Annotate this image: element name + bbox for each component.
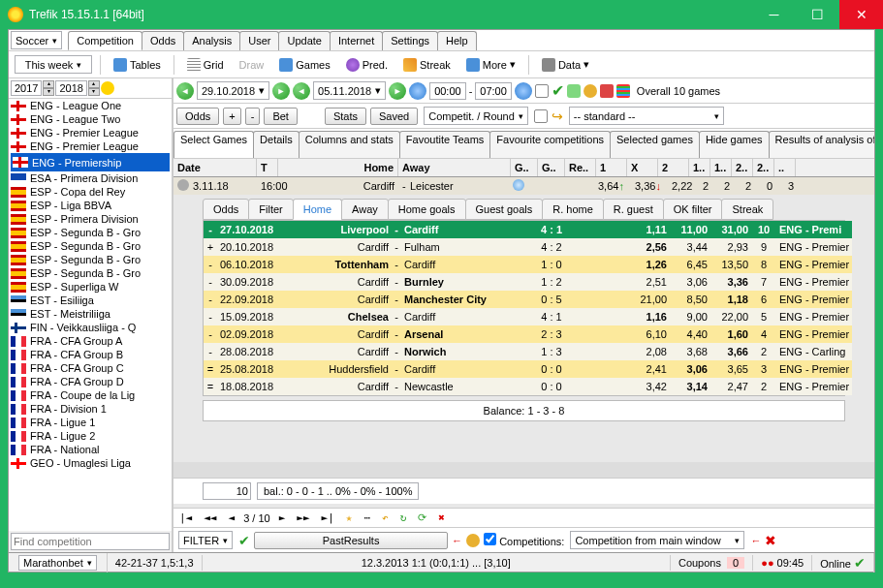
red-icon[interactable] xyxy=(600,84,614,98)
maximize-button[interactable]: ☐ xyxy=(796,0,839,29)
year-from-spinner[interactable]: ▴▾ xyxy=(43,80,54,96)
inner-tab[interactable]: Guest goals xyxy=(465,199,544,220)
page-icon[interactable] xyxy=(534,109,548,123)
excel-icon[interactable] xyxy=(567,84,581,98)
games-button[interactable]: Games xyxy=(272,55,336,75)
calendar-icon[interactable] xyxy=(535,84,549,98)
inner-tab[interactable]: R. home xyxy=(542,199,604,220)
prev-to-button[interactable]: ◄ xyxy=(293,82,310,100)
next-range-button[interactable]: ► xyxy=(389,82,406,100)
menu-tab-competition[interactable]: Competition xyxy=(68,31,142,50)
chart-icon[interactable] xyxy=(616,84,630,98)
time-from[interactable]: 00:00 xyxy=(429,82,466,100)
balance-input[interactable] xyxy=(203,482,251,500)
league-item[interactable]: ESP - Segunda B - Gro xyxy=(9,239,172,253)
tables-button[interactable]: Tables xyxy=(107,55,168,75)
league-item[interactable]: GEO - Umaglesi Liga xyxy=(9,456,172,470)
competition-select[interactable]: Competition from main window▾ xyxy=(570,531,744,549)
match-row[interactable]: =25.08.2018Huddersfield-Cardiff0 : 02,41… xyxy=(204,360,852,378)
more-button[interactable]: More▾ xyxy=(459,55,522,75)
star-button[interactable]: ★ xyxy=(343,511,356,524)
subtab[interactable]: Details xyxy=(253,131,300,158)
prev-range-button[interactable]: ◄ xyxy=(176,82,194,100)
subtab[interactable]: Selected games xyxy=(610,131,700,158)
date-to-input[interactable]: 05.11.2018▾ xyxy=(313,81,386,100)
subtab[interactable]: Favoutite Teams xyxy=(399,131,491,158)
minimize-button[interactable]: ─ xyxy=(752,0,796,29)
league-item[interactable]: ESA - Primera Division xyxy=(9,171,172,185)
match-row[interactable]: -22.09.2018Cardiff-Manchester City0 : 52… xyxy=(204,291,852,308)
menu-tab-odds[interactable]: Odds xyxy=(142,31,184,50)
reload-button[interactable]: ↻ xyxy=(397,511,410,524)
year-to[interactable]: 2018 xyxy=(55,80,86,96)
league-item[interactable]: ESP - Segunda B - Gro xyxy=(9,266,172,280)
subtab[interactable]: Results of analysis of xyxy=(769,131,874,158)
next-from-button[interactable]: ► xyxy=(272,82,290,100)
arrow-left2-icon[interactable]: ← xyxy=(750,535,761,546)
streak-button[interactable]: Streak xyxy=(396,55,457,75)
league-item[interactable]: FRA - CFA Group A xyxy=(9,334,172,348)
odds-button[interactable]: Odds xyxy=(176,108,219,125)
coin-icon[interactable] xyxy=(583,84,597,98)
filter-select[interactable]: FILTER▾ xyxy=(178,531,233,549)
league-item[interactable]: ENG - League One xyxy=(9,99,172,112)
fwd-button[interactable]: ► xyxy=(276,511,289,524)
menu-tab-settings[interactable]: Settings xyxy=(382,31,438,50)
check-icon[interactable]: ✔ xyxy=(552,81,564,100)
plus-button[interactable]: + xyxy=(223,108,240,125)
league-item[interactable]: ESP - Segunda B - Gro xyxy=(9,226,172,239)
arrow-left-icon[interactable]: ← xyxy=(452,535,462,546)
league-item[interactable]: ENG - League Two xyxy=(9,112,172,126)
league-item[interactable]: FRA - Ligue 1 xyxy=(9,416,172,429)
league-item[interactable]: FRA - Division 1 xyxy=(9,402,172,416)
inner-tab[interactable]: Filter xyxy=(248,199,293,220)
date-from-input[interactable]: 29.10.2018▾ xyxy=(197,81,269,100)
league-item[interactable]: EST - Meistriliiga xyxy=(9,307,172,321)
inner-tab[interactable]: Odds xyxy=(203,199,249,220)
league-item[interactable]: FRA - CFA Group D xyxy=(9,375,172,388)
globe-icon[interactable] xyxy=(409,82,426,100)
dots-button[interactable]: ⋯ xyxy=(361,511,373,524)
stop-button[interactable]: ✖ xyxy=(435,511,448,524)
match-row[interactable]: -02.09.2018Cardiff-Arsenal2 : 36,104,401… xyxy=(204,325,852,343)
year-to-spinner[interactable]: ▴▾ xyxy=(88,80,100,96)
menu-tab-user[interactable]: User xyxy=(239,31,279,50)
round-select[interactable]: Competit. / Round▾ xyxy=(424,107,528,125)
data-button[interactable]: Data▾ xyxy=(535,55,596,75)
league-list[interactable]: ENG - League OneENG - League TwoENG - Pr… xyxy=(9,99,172,531)
menu-tab-internet[interactable]: Internet xyxy=(330,31,383,50)
menu-tab-update[interactable]: Update xyxy=(278,31,330,50)
league-item[interactable]: ESP - Copa del Rey xyxy=(9,185,172,199)
close-button[interactable]: ✕ xyxy=(839,0,883,29)
first-button[interactable]: |◄ xyxy=(176,511,195,524)
inner-tab[interactable]: Home xyxy=(293,199,342,220)
match-row[interactable]: -30.09.2018Cardiff-Burnley1 : 22,513,063… xyxy=(204,273,852,291)
league-item[interactable]: EST - Esiliiga xyxy=(9,294,172,307)
league-item[interactable]: ENG - Premiership xyxy=(11,153,170,171)
undo-button[interactable]: ↶ xyxy=(379,511,392,524)
refresh-icon[interactable] xyxy=(515,82,532,100)
match-row[interactable]: -27.10.2018Liverpool-Cardiff4 : 11,1111,… xyxy=(204,221,852,238)
standard-select[interactable]: -- standard --▾ xyxy=(569,107,724,125)
find-competition-input[interactable] xyxy=(11,533,170,550)
match-row[interactable]: +20.10.2018Cardiff-Fulham4 : 22,563,442,… xyxy=(204,238,852,256)
minus-button[interactable]: - xyxy=(245,108,261,125)
scrollbar-h[interactable] xyxy=(173,462,874,478)
subtab[interactable]: Columns and stats xyxy=(299,131,400,158)
competitions-check[interactable]: Competitions: xyxy=(484,533,564,547)
inner-tab[interactable]: R. guest xyxy=(603,199,664,220)
subtab[interactable]: Favourite competitions xyxy=(489,131,611,158)
inner-tab[interactable]: Away xyxy=(341,199,389,220)
subtab[interactable]: Select Games xyxy=(173,131,254,158)
match-row[interactable]: -06.10.2018Tottenham-Cardiff1 : 01,266,4… xyxy=(204,256,852,273)
league-item[interactable]: FRA - National xyxy=(9,443,172,456)
inner-tab[interactable]: Home goals xyxy=(388,199,466,220)
red-x-icon[interactable]: ✖ xyxy=(765,533,776,548)
sport-select[interactable]: Soccer▾ xyxy=(11,31,62,49)
menu-tab-help[interactable]: Help xyxy=(437,31,477,50)
fixture-row[interactable]: 3.11.18 16:00 Cardiff - Leicester 3,64↑ … xyxy=(173,177,874,195)
league-item[interactable]: ESP - Superliga W xyxy=(9,280,172,294)
year-from[interactable]: 2017 xyxy=(11,80,42,96)
stats-button[interactable]: Stats xyxy=(325,108,366,125)
reload2-button[interactable]: ⟳ xyxy=(415,511,429,524)
